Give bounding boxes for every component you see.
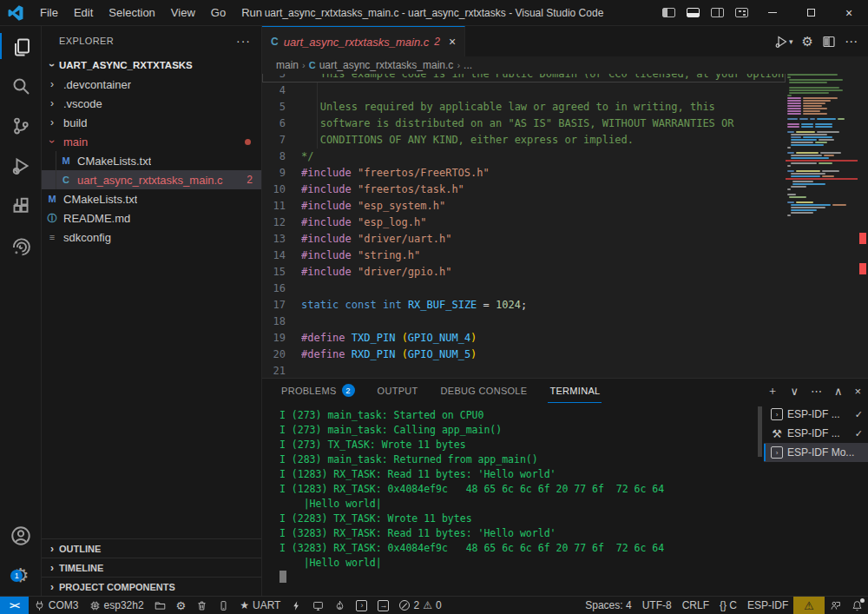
menu-edit[interactable]: Edit bbox=[66, 0, 101, 26]
activity-search[interactable] bbox=[0, 66, 41, 106]
breadcrumb-symbol[interactable]: ... bbox=[464, 59, 472, 71]
menu-selection[interactable]: Selection bbox=[101, 0, 162, 26]
status-esp-idf-extension[interactable]: ESP-IDF bbox=[742, 597, 793, 614]
activity-explorer[interactable] bbox=[0, 26, 41, 66]
tab-close-icon[interactable]: × bbox=[449, 35, 456, 49]
section-outline[interactable]: ›OUTLINE bbox=[42, 538, 261, 558]
activity-settings[interactable]: ⚙1 bbox=[0, 556, 41, 596]
overview-ruler[interactable] bbox=[858, 74, 868, 378]
terminal-line: I (1283) RX_TASK: 0x4084ef9c 48 65 6c 6c… bbox=[279, 482, 764, 497]
tab-uart-async-rxtxtasks-main-c[interactable]: C uart_async_rxtxtasks_main.c 2 × bbox=[262, 26, 465, 56]
status-idf-target[interactable]: ★UART bbox=[234, 597, 286, 614]
status-monitor[interactable] bbox=[307, 597, 329, 614]
close-button[interactable]: × bbox=[830, 0, 868, 26]
toggle-panel-icon[interactable] bbox=[681, 0, 705, 26]
tree-item-sdkconfig[interactable]: ≡sdkconfig bbox=[42, 228, 261, 247]
more-actions-button[interactable]: ⋯ bbox=[841, 26, 861, 56]
breadcrumb-folder[interactable]: main bbox=[276, 59, 299, 71]
code-editor[interactable]: 3 This example code is in the Public Dom… bbox=[262, 74, 868, 378]
section-project-components[interactable]: ›PROJECT COMPONENTS bbox=[42, 577, 261, 596]
menu-view[interactable]: View bbox=[163, 0, 203, 26]
minimize-button[interactable] bbox=[753, 0, 792, 26]
activity-run-debug[interactable] bbox=[0, 146, 41, 186]
tree-item--devcontainer[interactable]: ›.devcontainer bbox=[42, 75, 261, 94]
maximize-button[interactable] bbox=[792, 0, 830, 26]
customize-layout-icon[interactable] bbox=[729, 0, 753, 26]
terminal-line: I (283) main_task: Returned from app_mai… bbox=[279, 452, 764, 467]
tree-item--vscode[interactable]: ›.vscode bbox=[42, 94, 261, 113]
panel-tab-problems[interactable]: PROBLEMS2 bbox=[279, 379, 357, 403]
panel-header: PROBLEMS2 OUTPUT DEBUG CONSOLE TERMINAL … bbox=[262, 379, 868, 403]
menu-run[interactable]: Run bbox=[233, 0, 270, 26]
split-editor-button[interactable] bbox=[819, 26, 839, 56]
chevron-down-icon: ▾ bbox=[789, 37, 793, 46]
status-problems-summary[interactable]: 2 ⚠0 bbox=[394, 597, 446, 614]
status-feedback[interactable] bbox=[825, 597, 846, 614]
activity-esp-idf[interactable] bbox=[0, 226, 41, 266]
status-full-clean[interactable] bbox=[191, 597, 213, 614]
toggle-secondary-sidebar-icon[interactable] bbox=[705, 0, 729, 26]
status-build[interactable]: › bbox=[351, 597, 372, 614]
configure-gear-button[interactable]: ⚙ bbox=[799, 26, 817, 56]
tree-item-readme-md[interactable]: ⓘREADME.md bbox=[42, 208, 261, 228]
terminal-instance-1[interactable]: › ESP-IDF ... ✓ bbox=[764, 405, 868, 424]
panel-tab-output[interactable]: OUTPUT bbox=[376, 379, 420, 403]
vscode-logo bbox=[8, 5, 23, 21]
explorer-root-folder[interactable]: › UART_ASYNC_RXTXTASKS bbox=[42, 56, 261, 75]
status-build-flash-monitor[interactable]: → bbox=[372, 597, 394, 614]
activity-source-control[interactable] bbox=[0, 106, 41, 146]
terminal-scrollbar[interactable] bbox=[758, 406, 762, 457]
menu-file[interactable]: File bbox=[32, 0, 66, 26]
section-timeline[interactable]: ›TIMELINE bbox=[42, 558, 261, 577]
terminal-output[interactable]: I (273) main_task: Started on CPU0I (273… bbox=[262, 403, 764, 596]
code-line-8: 8 */ bbox=[262, 149, 786, 165]
status-flash[interactable] bbox=[286, 597, 307, 614]
device-icon bbox=[218, 600, 229, 611]
terminal-dropdown-icon[interactable]: ∨ bbox=[790, 385, 799, 398]
tree-item-main[interactable]: ›main bbox=[42, 132, 261, 151]
chevron-right-icon: › bbox=[50, 581, 54, 593]
status-encoding[interactable]: UTF-8 bbox=[637, 597, 677, 614]
status-eol[interactable]: CRLF bbox=[677, 597, 714, 614]
tree-item-uart-async-rxtxtasks-main-c[interactable]: Cuart_async_rxtxtasks_main.c2 bbox=[42, 170, 261, 189]
terminal-cursor bbox=[279, 571, 286, 583]
terminal-instance-2[interactable]: ⚒ ESP-IDF ... ✓ bbox=[764, 424, 868, 443]
status-indentation[interactable]: Spaces: 4 bbox=[580, 597, 636, 614]
chevron-right-icon: › bbox=[457, 60, 460, 70]
explorer-sidebar: EXPLORER ··· › UART_ASYNC_RXTXTASKS ›.de… bbox=[42, 26, 262, 596]
more-actions-icon[interactable]: ⋯ bbox=[811, 385, 822, 398]
status-debug[interactable] bbox=[329, 597, 351, 614]
close-panel-icon[interactable]: × bbox=[854, 385, 861, 398]
tree-item-build[interactable]: ›build bbox=[42, 113, 261, 132]
status-remote[interactable]: >< bbox=[0, 597, 29, 614]
panel-tab-debug-console[interactable]: DEBUG CONSOLE bbox=[439, 379, 529, 403]
status-serial-port[interactable]: COM3 bbox=[29, 597, 84, 614]
terminal-instance-3[interactable]: › ESP-IDF Mo... bbox=[764, 443, 868, 462]
tree-item-cmakelists-txt[interactable]: MCMakeLists.txt bbox=[42, 189, 261, 208]
new-terminal-icon[interactable]: ＋ bbox=[766, 383, 778, 399]
status-device-target[interactable]: esp32h2 bbox=[84, 597, 149, 614]
breadcrumb-file[interactable]: uart_async_rxtxtasks_main.c bbox=[319, 59, 454, 71]
status-notifications[interactable] bbox=[846, 597, 868, 614]
run-or-debug-button[interactable]: ▾ bbox=[771, 26, 797, 56]
status-idf-warning[interactable]: ⚠ bbox=[793, 597, 825, 614]
maximize-panel-icon[interactable]: ∧ bbox=[834, 385, 843, 398]
line-number: 3 bbox=[262, 74, 301, 83]
check-icon: ✓ bbox=[855, 428, 863, 439]
status-erase-flash[interactable] bbox=[213, 597, 234, 614]
explorer-more-actions-icon[interactable]: ··· bbox=[236, 34, 251, 48]
status-sdk-configuration[interactable]: ⚙ bbox=[171, 597, 192, 614]
toggle-primary-sidebar-icon[interactable] bbox=[656, 0, 681, 26]
line-number: 20 bbox=[262, 347, 301, 363]
minimap[interactable] bbox=[786, 74, 858, 378]
tree-item-cmakelists-txt[interactable]: MCMakeLists.txt bbox=[42, 151, 261, 170]
status-select-project-folder[interactable] bbox=[149, 597, 171, 614]
accounts-icon bbox=[10, 525, 31, 546]
monitor-icon bbox=[312, 600, 324, 611]
menu-go[interactable]: Go bbox=[203, 0, 233, 26]
status-language-mode[interactable]: {} C bbox=[714, 597, 742, 614]
panel-tab-terminal[interactable]: TERMINAL bbox=[548, 379, 602, 403]
activity-extensions[interactable] bbox=[0, 186, 41, 226]
vscode-window: FileEditSelectionViewGoRun uart_async_rx… bbox=[0, 0, 868, 614]
activity-accounts[interactable] bbox=[0, 516, 41, 556]
